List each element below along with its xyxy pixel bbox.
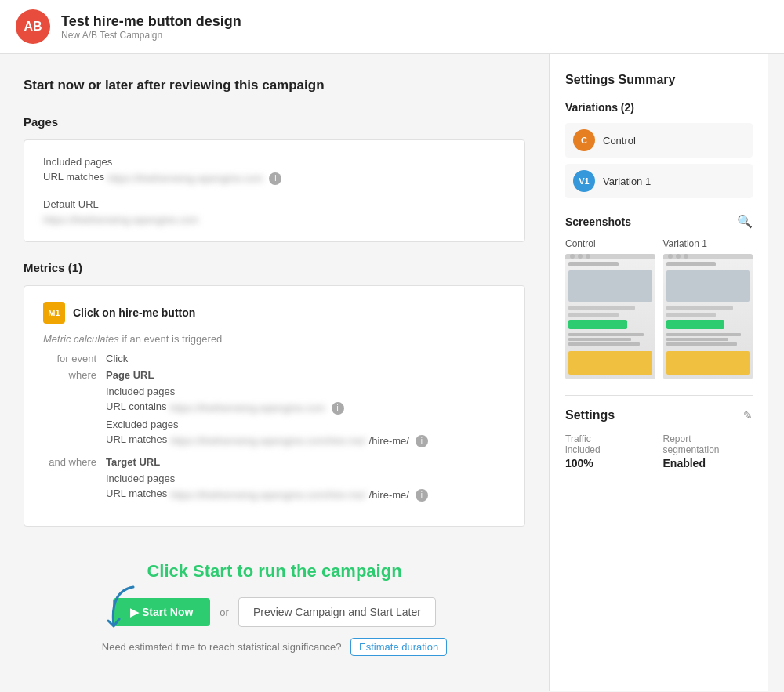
pages-section-title: Pages [24,115,525,129]
metrics-section-title: Metrics (1) [24,261,525,274]
campaign-subtitle: New A/B Test Campaign [61,30,241,41]
cta-text: Click Start to run the campaign [24,561,525,581]
variation-control-badge: C [573,129,595,151]
metric-desc: Metric calculates if an event is trigger… [43,333,506,345]
for-event-value: Click [106,353,128,364]
url-contains-value: https://thethemeing.wpengine.com [170,402,325,414]
included-pages-sub: Included pages URL contains https://thet… [106,386,428,415]
search-icon[interactable]: 🔍 [737,214,753,229]
excluded-pages-label: Excluded pages [106,418,428,430]
header-info: Test hire-me button design New A/B Test … [61,13,241,41]
page-url-label: Page URL [106,369,428,381]
target-included-label: Included pages [106,473,428,484]
metric-row-event: for event Click [43,353,506,364]
included-pages-label: Included pages [43,156,506,168]
metrics-card: M1 Click on hire-me button Metric calcul… [24,285,525,527]
info-icon-2[interactable]: i [332,402,344,415]
estimate-row: Need estimated time to reach statistical… [24,638,525,656]
hire-me-suffix: /hire-me/ [369,435,409,447]
target-url-matches-label: URL matches [106,487,167,499]
metric-table: for event Click where Page URL Included … [43,353,506,505]
info-icon-4[interactable]: i [416,489,428,502]
cta-arrow [102,583,149,648]
target-url-label: Target URL [106,456,428,468]
url-matches-sub-value: https://thethemeing.wpengine.com/hire-me… [170,435,365,447]
url-matches-label: URL matches [43,171,104,183]
url-matches-value: https://thethemeing.wpengine.com [107,172,263,184]
screenshot-variation-thumb[interactable] [663,254,753,379]
settings-traffic: Trafficincluded 100% [565,433,655,469]
screenshot-control-thumb[interactable] [565,254,655,379]
settings-grid: Trafficincluded 100% Reportsegmentation … [565,433,753,469]
metric-title: Click on hire-me button [73,306,195,319]
default-url-label: Default URL [43,198,506,210]
or-text: or [220,607,229,618]
pages-card: Included pages URL matches https://theth… [24,139,525,242]
settings-header: Settings ✎ [565,408,753,422]
segmentation-value: Enabled [663,457,753,469]
screenshots-header: Screenshots 🔍 [565,214,753,229]
and-where-label: and where [43,456,106,468]
variation-1: V1 Variation 1 [565,164,753,198]
segmentation-label: Reportsegmentation [663,433,753,455]
edit-icon[interactable]: ✎ [743,409,753,422]
url-contains-label: URL contains [106,400,167,412]
included-pages-sub-label: Included pages [106,386,428,397]
where-label: where [43,369,106,381]
settings-title: Settings [565,408,615,422]
variation-control: C Control [565,123,753,158]
default-url-value: https://thethemeing.wpengine.com [43,214,198,226]
traffic-label: Trafficincluded [565,433,655,455]
screenshot-variation-col: Variation 1 [663,238,753,379]
avatar: AB [16,9,50,44]
screenshots-grid: Control [565,238,753,379]
cta-buttons: ▶ Start Now or Preview Campaign and Star… [24,597,525,627]
settings-segmentation: Reportsegmentation Enabled [663,433,753,469]
cta-section: Click Start to run the campaign ▶ Start … [24,545,525,664]
screenshot-control-col: Control [565,238,655,379]
excluded-pages-sub: Excluded pages URL matches https://theth… [106,418,428,448]
variations-title: Variations (2) [565,101,753,114]
screenshot-control-label: Control [565,238,655,249]
sidebar: Settings Summary Variations (2) C Contro… [549,54,768,691]
variations-list: C Control V1 Variation 1 [565,123,753,198]
screenshot-variation-label: Variation 1 [663,238,753,249]
metric-row-and-where: and where Target URL Included pages URL … [43,456,506,505]
for-event-label: for event [43,353,106,364]
included-pages-row: Included pages URL matches https://theth… [43,156,506,186]
page-heading: Start now or later after reviewing this … [24,78,525,93]
variation-1-badge: V1 [573,170,595,192]
variation-1-name: Variation 1 [603,176,651,187]
variation-control-name: Control [603,135,636,147]
info-icon[interactable]: i [269,172,281,185]
and-where-content: Target URL Included pages URL matches ht… [106,456,428,505]
info-icon-3[interactable]: i [416,435,428,447]
where-content: Page URL Included pages URL contains htt… [106,369,428,451]
screenshots-title: Screenshots [565,216,631,228]
target-url-matches-value: https://thethemeing.wpengine.com/hire-me… [170,489,365,501]
estimate-duration-button[interactable]: Estimate duration [350,638,447,656]
metric-badge: M1 [43,302,65,324]
default-url-row: Default URL https://thethemeing.wpengine… [43,198,506,226]
settings-section: Settings ✎ Trafficincluded 100% Reportse… [565,395,753,469]
metric-row-where: where Page URL Included pages URL contai… [43,369,506,451]
traffic-value: 100% [565,457,655,469]
content-wrapper: Start now or later after reviewing this … [0,54,784,691]
app-header: AB Test hire-me button design New A/B Te… [0,0,784,54]
preview-campaign-button[interactable]: Preview Campaign and Start Later [238,597,436,627]
campaign-title: Test hire-me button design [61,13,241,30]
target-included-sub: Included pages URL matches https://theth… [106,473,428,502]
url-matches-sub-label: URL matches [106,433,167,445]
target-hire-me-suffix: /hire-me/ [369,489,409,501]
settings-summary-title: Settings Summary [565,73,753,87]
metric-header: M1 Click on hire-me button [43,302,506,324]
main-content: Start now or later after reviewing this … [0,54,549,691]
avatar-initials: AB [24,20,42,34]
